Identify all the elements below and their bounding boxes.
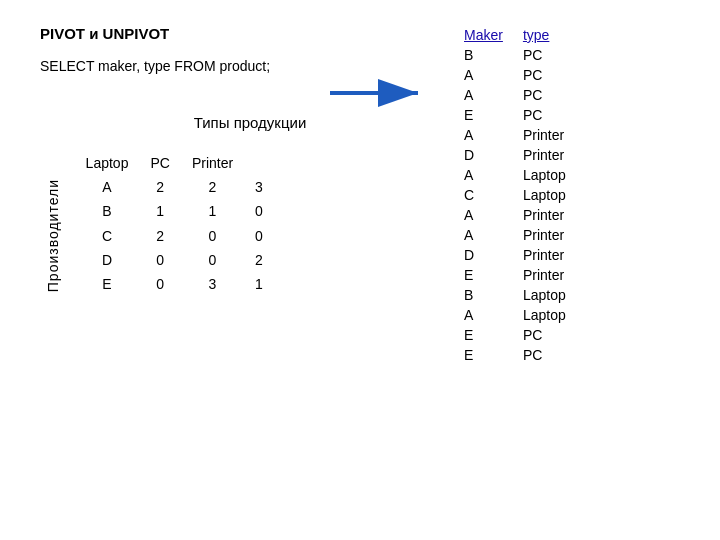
table-row: APrinter (460, 205, 582, 225)
right-type-cell: Laptop (519, 165, 582, 185)
right-maker-cell: A (460, 125, 519, 145)
row-b-maker: B (82, 199, 147, 223)
row-c-maker: C (82, 223, 147, 247)
row-d-pc: 0 (188, 248, 251, 272)
row-e-pc: 3 (188, 272, 251, 296)
row-d-laptop: 0 (146, 248, 187, 272)
right-maker-cell: E (460, 265, 519, 285)
type-link[interactable]: type (523, 27, 549, 43)
right-type-cell: Printer (519, 205, 582, 225)
row-header-empty (40, 151, 82, 175)
row-a-laptop: 2 (146, 175, 187, 199)
right-type-cell: Printer (519, 145, 582, 165)
table-row: DPrinter (460, 245, 582, 265)
right-maker-cell: D (460, 245, 519, 265)
right-maker-cell: A (460, 225, 519, 245)
row-a-printer: 3 (251, 175, 281, 199)
row-c-pc: 0 (188, 223, 251, 247)
right-type-cell: Laptop (519, 285, 582, 305)
row-b-laptop: 1 (146, 199, 187, 223)
right-maker-cell: A (460, 305, 519, 325)
table-row: EPC (460, 345, 582, 365)
row-e-printer: 1 (251, 272, 281, 296)
col-header-pc: PC (146, 151, 187, 175)
table-row: DPrinter (460, 145, 582, 165)
table-row: EPC (460, 105, 582, 125)
right-type-cell: PC (519, 65, 582, 85)
row-c-laptop: 2 (146, 223, 187, 247)
right-maker-cell: B (460, 285, 519, 305)
row-a-pc: 2 (188, 175, 251, 199)
right-maker-cell: B (460, 45, 519, 65)
table-row: APC (460, 65, 582, 85)
right-maker-cell: E (460, 325, 519, 345)
row-a-maker: A (82, 175, 147, 199)
row-e-maker: E (82, 272, 147, 296)
table-row: APC (460, 85, 582, 105)
right-maker-cell: E (460, 105, 519, 125)
table-row: EPrinter (460, 265, 582, 285)
table-row: EPC (460, 325, 582, 345)
table-row: Производители A 2 2 3 (40, 175, 281, 199)
row-header-label: Производители (40, 175, 82, 296)
row-b-pc: 1 (188, 199, 251, 223)
right-type-header: type (519, 25, 582, 45)
right-type-cell: Laptop (519, 185, 582, 205)
sql-query: SELECT maker, type FROM product; (40, 58, 400, 74)
table-row: APrinter (460, 125, 582, 145)
table-row: BLaptop (460, 285, 582, 305)
right-type-cell: PC (519, 45, 582, 65)
right-maker-cell: A (460, 205, 519, 225)
right-maker-cell: E (460, 345, 519, 365)
table-row: ALaptop (460, 305, 582, 325)
right-maker-cell: A (460, 85, 519, 105)
right-maker-header: Maker (460, 25, 519, 45)
right-maker-cell: C (460, 185, 519, 205)
table-row: APrinter (460, 225, 582, 245)
table-title: Типы продукции (100, 114, 400, 131)
col-header-printer: Printer (188, 151, 251, 175)
col-header-laptop: Laptop (82, 151, 147, 175)
table-row: CLaptop (460, 185, 582, 205)
left-panel: PIVOT и UNPIVOT SELECT maker, type FROM … (40, 25, 400, 296)
pivot-table-section: Типы продукции Laptop PC Printer Произво… (40, 114, 400, 296)
arrow-icon (330, 78, 430, 111)
right-type-cell: PC (519, 85, 582, 105)
row-d-maker: D (82, 248, 147, 272)
right-table: Maker type BPCAPCAPCEPCAPrinterDPrinterA… (460, 25, 582, 365)
row-c-printer: 0 (251, 223, 281, 247)
table-row: BPC (460, 45, 582, 65)
maker-link[interactable]: Maker (464, 27, 503, 43)
pivot-table: Laptop PC Printer Производители A 2 2 3 … (40, 151, 281, 296)
right-type-cell: PC (519, 345, 582, 365)
right-panel: Maker type BPCAPCAPCEPCAPrinterDPrinterA… (460, 25, 582, 365)
right-type-cell: PC (519, 325, 582, 345)
right-maker-cell: A (460, 65, 519, 85)
row-d-printer: 2 (251, 248, 281, 272)
row-e-laptop: 0 (146, 272, 187, 296)
table-row: ALaptop (460, 165, 582, 185)
page-title: PIVOT и UNPIVOT (40, 25, 400, 42)
right-maker-cell: A (460, 165, 519, 185)
right-type-cell: PC (519, 105, 582, 125)
row-b-printer: 0 (251, 199, 281, 223)
right-type-cell: Laptop (519, 305, 582, 325)
row-header-text: Производители (44, 179, 64, 292)
right-type-cell: Printer (519, 265, 582, 285)
right-maker-cell: D (460, 145, 519, 165)
right-type-cell: Printer (519, 245, 582, 265)
right-type-cell: Printer (519, 225, 582, 245)
right-type-cell: Printer (519, 125, 582, 145)
